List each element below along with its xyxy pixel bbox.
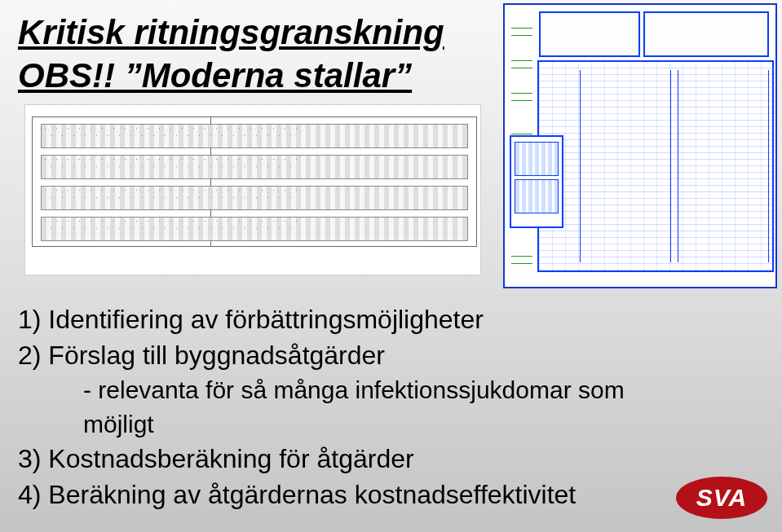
blueprint-large-room <box>643 11 769 57</box>
blueprint-small <box>24 104 481 275</box>
blueprint-small-bay <box>41 155 468 179</box>
blueprint-small-bay <box>41 186 468 210</box>
blueprint-large-room <box>539 11 640 57</box>
blueprint-large <box>503 3 777 288</box>
blueprint-large-stall-row <box>678 70 769 262</box>
point-2-sub: - relevanta för så många infektionssjukd… <box>18 373 654 441</box>
blueprint-large-hall <box>537 60 774 272</box>
title-line-2: OBS!! ”Moderna stallar” <box>18 55 444 98</box>
point-3: 3) Kostnadsberäkning för åtgärder <box>18 441 654 477</box>
blueprint-small-bays <box>36 121 473 243</box>
slide-title: Kritisk ritningsgranskning OBS!! ”Modern… <box>18 11 444 97</box>
blueprint-small-bay <box>41 217 468 241</box>
point-4: 4) Beräkning av åtgärdernas kostnadseffe… <box>18 477 654 512</box>
blueprint-small-outline <box>32 117 477 247</box>
blueprint-small-bay <box>41 124 468 148</box>
body-text: 1) Identifiering av förbättringsmöjlighe… <box>18 301 654 512</box>
point-2: 2) Förslag till byggnadsåtgärder <box>18 337 654 373</box>
blueprint-large-annex <box>510 135 563 228</box>
slide: Kritisk ritningsgranskning OBS!! ”Modern… <box>0 0 782 532</box>
blueprint-large-stall-row <box>580 70 671 262</box>
sva-logo-text: SVA <box>676 478 767 521</box>
sva-logo: SVA <box>676 475 767 521</box>
blueprint-large-annex-pen <box>515 142 559 176</box>
blueprint-large-annex-pen <box>515 179 559 213</box>
title-line-1: Kritisk ritningsgranskning <box>18 11 444 55</box>
point-1: 1) Identifiering av förbättringsmöjlighe… <box>18 301 654 337</box>
